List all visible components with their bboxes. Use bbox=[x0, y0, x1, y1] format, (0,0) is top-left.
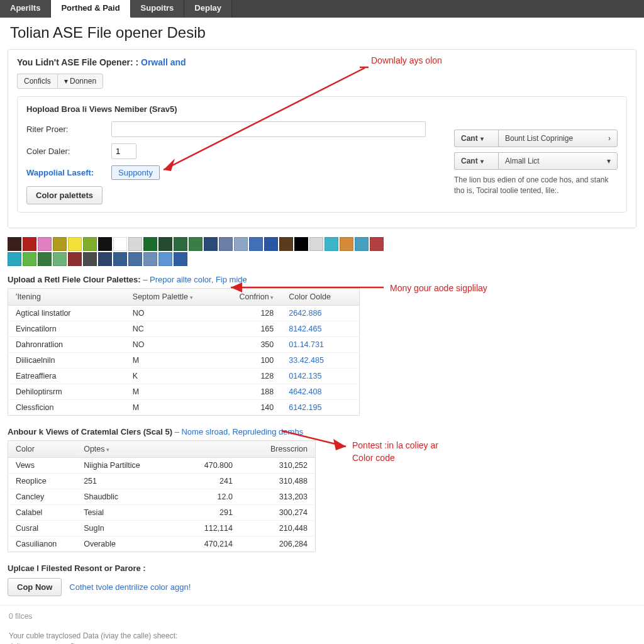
t1-h1[interactable]: 'Itening bbox=[8, 289, 125, 306]
color-swatch[interactable] bbox=[113, 237, 127, 251]
footnote-2: deltons on your coflor bbox=[0, 641, 644, 644]
t2-h4[interactable]: Bresscrion bbox=[240, 441, 316, 458]
cell: Reoplice bbox=[8, 474, 77, 489]
section2-link[interactable]: – Prepor ailte color, Fip mide bbox=[143, 275, 247, 284]
color-swatch[interactable] bbox=[309, 237, 323, 251]
cant-button-1[interactable]: Cant bbox=[454, 130, 498, 147]
color-swatch[interactable] bbox=[68, 237, 82, 251]
t2-h2[interactable]: Optes bbox=[76, 441, 165, 458]
color-swatch[interactable] bbox=[249, 237, 263, 251]
cell: 291 bbox=[165, 505, 240, 521]
color-swatch[interactable] bbox=[325, 237, 338, 251]
color-swatch[interactable] bbox=[189, 237, 203, 251]
color-swatch[interactable] bbox=[38, 237, 52, 251]
cell: 241 bbox=[165, 474, 240, 489]
color-swatch[interactable] bbox=[204, 237, 218, 251]
bount-list-button[interactable]: Bount List Coprinige› bbox=[498, 130, 618, 147]
table-row[interactable]: EvincatilornNC1658142.465 bbox=[8, 321, 360, 337]
t2-h3[interactable] bbox=[165, 441, 240, 458]
color-swatch[interactable] bbox=[279, 237, 293, 251]
color-swatch[interactable] bbox=[174, 237, 187, 251]
table-row[interactable]: CancleyShaudblic12.0313,203 bbox=[8, 489, 316, 505]
cell: 6142.195 bbox=[281, 400, 359, 416]
table-row[interactable]: Agtical linstatlorNO1282642.886 bbox=[8, 306, 360, 321]
table-row[interactable]: CalabelTesial291300,274 bbox=[8, 505, 316, 521]
color-swatch[interactable] bbox=[128, 237, 142, 251]
section3-link[interactable]: – Nome slroad, Repruleding demhs bbox=[175, 427, 304, 436]
dropdown-pair-2: Cant Almall Lict▾ bbox=[454, 152, 618, 170]
cell: 8142.465 bbox=[281, 321, 359, 337]
table-row[interactable]: Reoplice251241310,488 bbox=[8, 474, 316, 489]
supponty-token[interactable]: Supponty bbox=[111, 165, 160, 180]
t1-h2[interactable]: Septom Palettle bbox=[125, 289, 223, 306]
wappolial-label[interactable]: Wappolial Laseft: bbox=[26, 168, 111, 177]
t1-h3[interactable]: Confrion bbox=[223, 289, 281, 306]
color-swatch[interactable] bbox=[219, 237, 233, 251]
palettes-table: 'Itening Septom Palettle Confrion Color … bbox=[8, 288, 360, 416]
tab-aperilts[interactable]: Aperilts bbox=[0, 0, 51, 18]
annotation-3b-text: Color code bbox=[352, 453, 395, 463]
table-row[interactable]: DiilicaelnilnM10033.42.485 bbox=[8, 353, 360, 369]
cant-button-2[interactable]: Cant bbox=[454, 152, 498, 170]
color-swatch[interactable] bbox=[158, 237, 172, 251]
color-swatch[interactable] bbox=[83, 237, 97, 251]
bottom-bluetext[interactable]: Cothet tvole dentrilize color aggn! bbox=[69, 582, 191, 592]
section3-title: Anbour k Views of Cratemlal Clers (Scal … bbox=[8, 427, 636, 436]
coler-input[interactable] bbox=[111, 143, 136, 159]
color-swatch[interactable] bbox=[53, 237, 67, 251]
color-swatch[interactable] bbox=[143, 252, 157, 266]
subtab-donnen[interactable]: ▾ Donnen bbox=[57, 74, 103, 89]
cell: 12.0 bbox=[165, 489, 240, 505]
table-row[interactable]: EatreaffieraK1280142.135 bbox=[8, 369, 360, 384]
color-swatch[interactable] bbox=[143, 237, 157, 251]
riter-input[interactable] bbox=[111, 121, 426, 137]
table-row[interactable]: VewsNiighia Partiltice470.800310,252 bbox=[8, 458, 316, 474]
color-swatch[interactable] bbox=[83, 252, 97, 266]
cop-now-button[interactable]: Cop Now bbox=[8, 578, 62, 596]
color-swatch[interactable] bbox=[128, 252, 142, 266]
top-nav: Aperilts Porthed & Paid Supoitrs Deplay bbox=[0, 0, 644, 18]
color-swatch[interactable] bbox=[355, 237, 369, 251]
cell: 470.800 bbox=[165, 458, 240, 474]
color-palettes-button[interactable]: Color palettets bbox=[26, 186, 103, 204]
table-row[interactable]: DahronratlionNO35001.14.731 bbox=[8, 337, 360, 353]
color-swatch[interactable] bbox=[174, 252, 187, 266]
color-swatch[interactable] bbox=[294, 237, 308, 251]
color-swatch[interactable] bbox=[264, 237, 278, 251]
color-swatch[interactable] bbox=[8, 237, 21, 251]
color-swatch[interactable] bbox=[98, 237, 112, 251]
cell: Agtical linstatlor bbox=[8, 306, 125, 321]
footnote-1: Your cuble trayclosed Data (iviay the ca… bbox=[0, 631, 644, 641]
tab-porthed[interactable]: Porthed & Paid bbox=[51, 0, 130, 18]
color-swatch[interactable] bbox=[234, 237, 248, 251]
cell: 2642.886 bbox=[281, 306, 359, 321]
cell: 188 bbox=[223, 384, 281, 400]
color-swatch[interactable] bbox=[23, 237, 36, 251]
t2-h1[interactable]: Color bbox=[8, 441, 77, 458]
color-swatch[interactable] bbox=[38, 252, 52, 266]
almall-list-button[interactable]: Almall Lict▾ bbox=[498, 152, 618, 170]
main-panel: You Lidn't ASE File Opener: : Orwall and… bbox=[8, 49, 636, 228]
t1-h4[interactable]: Color Oolde bbox=[281, 289, 359, 306]
color-swatch[interactable] bbox=[98, 252, 112, 266]
color-swatch[interactable] bbox=[53, 252, 67, 266]
color-swatch[interactable] bbox=[370, 237, 384, 251]
cell: Tesial bbox=[76, 505, 165, 521]
color-swatch[interactable] bbox=[68, 252, 82, 266]
color-swatch[interactable] bbox=[8, 252, 21, 266]
form-subpanel: Hopload Broa li Views Nemiber (Srav5) Ri… bbox=[17, 96, 627, 213]
table-row[interactable]: DehiloptirsrmM1884642.408 bbox=[8, 384, 360, 400]
color-swatches bbox=[8, 237, 385, 266]
table-row[interactable]: CasuilianonOverable470,214206,284 bbox=[8, 536, 316, 552]
color-swatch[interactable] bbox=[158, 252, 172, 266]
table-row[interactable]: ClessficionM1406142.195 bbox=[8, 400, 360, 416]
color-swatch[interactable] bbox=[340, 237, 353, 251]
color-swatch[interactable] bbox=[113, 252, 127, 266]
subtab-conficls[interactable]: Conficls bbox=[17, 74, 57, 89]
tab-supoitrs[interactable]: Supoitrs bbox=[131, 0, 185, 18]
table-row[interactable]: CusralSugIn112,114210,448 bbox=[8, 521, 316, 536]
panel-title-link[interactable]: Orwall and bbox=[141, 57, 186, 67]
tab-deplay[interactable]: Deplay bbox=[184, 0, 232, 18]
color-swatch[interactable] bbox=[23, 252, 36, 266]
panel-title: You Lidn't ASE File Opener: : Orwall and bbox=[17, 57, 627, 67]
